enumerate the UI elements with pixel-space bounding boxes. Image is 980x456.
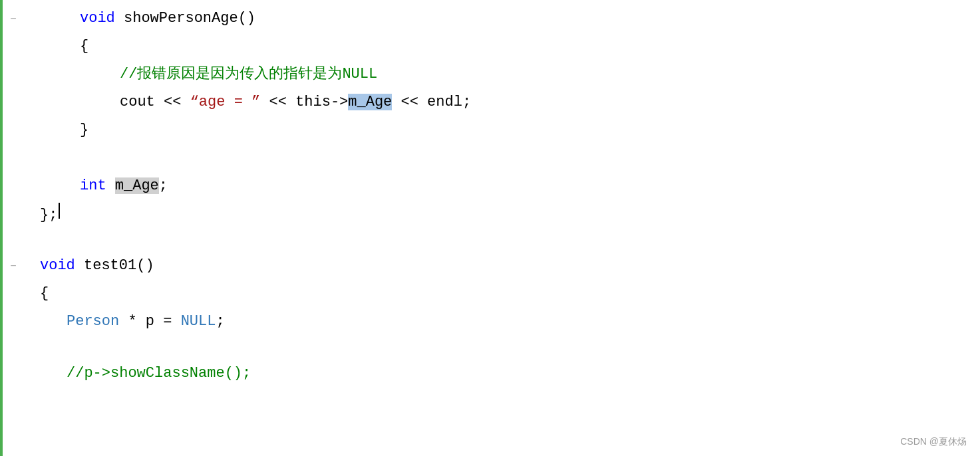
code-text-8: }; [40, 204, 57, 227]
code-text-4: cout << “age = ” << this->m_Age << endl; [40, 91, 471, 114]
code-text-2: { [40, 35, 88, 58]
watermark: CSDN @夏休炀 [900, 436, 967, 448]
code-text-10: void test01() [40, 255, 154, 277]
code-text-7: int m_Age; [40, 175, 168, 197]
code-line-6 [0, 146, 980, 174]
code-text-13 [40, 338, 49, 361]
code-text-14: //p->showClassName(); [40, 362, 251, 385]
code-text-1: void showPersonAge() [40, 7, 255, 30]
text-cursor [59, 203, 60, 219]
code-line-1: − void showPersonAge() [0, 7, 980, 35]
code-line-12: Person * p = NULL; [0, 310, 980, 338]
code-line-14: //p->showClassName(); [0, 362, 980, 390]
code-line-2: { [0, 35, 980, 62]
code-text-6 [40, 147, 49, 170]
fold-icon-10[interactable]: − [0, 255, 27, 273]
code-text-12: Person * p = NULL; [40, 310, 225, 333]
code-line-13 [0, 338, 980, 362]
code-text-5: } [40, 119, 88, 142]
code-line-8: }; [0, 202, 980, 230]
code-text-11: { [40, 283, 49, 305]
code-line-5: } [0, 118, 980, 146]
code-line-10: − void test01() [0, 254, 980, 282]
code-line-9 [0, 230, 980, 254]
code-line-3: //报错原因是因为传入的指针是为NULL [0, 62, 980, 90]
left-border-accent [0, 0, 3, 456]
code-line-4: cout << “age = ” << this->m_Age << endl; [0, 90, 980, 118]
code-editor: − void showPersonAge() { //报错原因是因为传入的指针是… [0, 0, 980, 456]
fold-icon-1[interactable]: − [0, 8, 27, 25]
code-text-3: //报错原因是因为传入的指针是为NULL [40, 63, 377, 86]
code-line-7: int m_Age; [0, 174, 980, 202]
code-line-11: { [0, 282, 980, 310]
code-text-9 [40, 231, 49, 253]
